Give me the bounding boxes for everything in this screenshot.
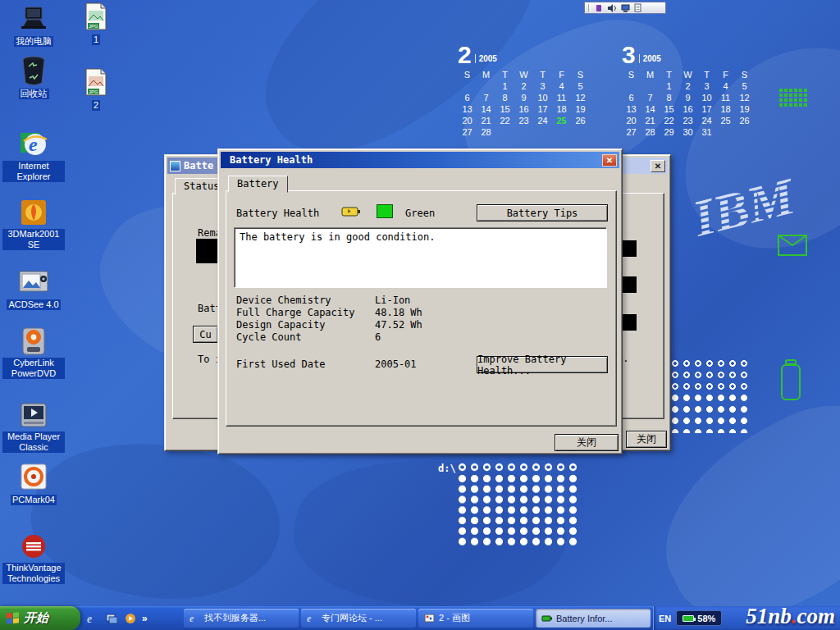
svg-text:e: e <box>87 613 92 624</box>
battery-tab-panel: Battery Health Green Battery Tips The ba… <box>226 190 617 427</box>
field-value: 47.52 Wh <box>375 319 422 331</box>
desktop-file-label: 2 <box>92 100 100 111</box>
field-label: Design Capacity <box>236 319 325 331</box>
desktop-icon-recycle-bin[interactable]: 回收站 <box>2 56 66 100</box>
current-button[interactable]: Cu <box>193 326 218 343</box>
my-computer-icon <box>18 3 49 33</box>
media-player-classic-icon <box>18 400 49 430</box>
battery-health-dialog[interactable]: Battery Health ✕ Battery Battery Health … <box>217 148 623 454</box>
quick-launch-desktop-icon[interactable] <box>104 611 118 625</box>
battery-icon <box>341 206 361 221</box>
taskbar: 开始 e » e 找不到服务器... e 专门网论坛 - ... 2 - 画图 … <box>0 606 840 630</box>
calendar-february: 2 2005 SMTWTFS12345678910111213141516171… <box>458 44 590 138</box>
calendar-march: 3 2005 SMTWTFS12345678910111213141516171… <box>622 44 754 138</box>
close-button[interactable]: 关闭 <box>555 434 619 451</box>
task-label: 找不到服务器... <box>204 612 266 624</box>
acdsee-icon <box>18 267 49 296</box>
desktop-icon-label: Internet Explorer <box>2 161 65 182</box>
windows-flag-icon <box>7 612 20 625</box>
close-icon[interactable]: ✕ <box>602 154 617 167</box>
desktop-icon-pcmark04[interactable]: PCMark04 <box>2 462 66 506</box>
battery-tray-indicator[interactable]: 58% <box>676 610 722 626</box>
3dmark-icon <box>18 198 49 227</box>
close-button[interactable]: 关闭 <box>626 431 667 448</box>
internet-explorer-icon: e <box>18 130 49 159</box>
desktop-icon-label: 回收站 <box>19 89 49 99</box>
jpg-file-icon: JPG <box>80 67 112 97</box>
desktop-icon-media-player-classic[interactable]: Media Player Classic <box>2 400 66 454</box>
paint-icon <box>423 612 436 624</box>
desktop-icon-label: Media Player Classic <box>2 431 65 453</box>
language-indicator[interactable]: EN <box>659 614 671 623</box>
taskbar-item-forum[interactable]: e 专门网论坛 - ... <box>301 609 416 628</box>
recycle-bin-icon <box>18 56 49 85</box>
improve-battery-health-button[interactable]: Improve Battery Health... <box>477 356 608 373</box>
first-used-label: First Used Date <box>236 358 325 370</box>
battery-health-titlebar[interactable]: Battery Health ✕ <box>221 152 619 168</box>
svg-text:JPG: JPG <box>89 89 98 94</box>
desktop-icon-my-computer[interactable]: 我的电脑 <box>2 3 66 48</box>
desktop-icon-label: PCMark04 <box>11 495 57 505</box>
field-label: Cycle Count <box>236 331 301 343</box>
desktop-file-label: 1 <box>92 34 100 45</box>
battery-app-icon <box>170 161 180 171</box>
svg-text:e: e <box>189 613 194 623</box>
desktop-icon-label: ThinkVantage Technologies <box>2 563 65 584</box>
notes-icon[interactable] <box>634 1 641 16</box>
quick-launch-ie-icon[interactable]: e <box>85 611 99 625</box>
pcmark-icon <box>18 462 49 491</box>
calendar-month: 3 <box>622 44 636 66</box>
tab-battery[interactable]: Battery <box>228 176 288 193</box>
dialog-title: Battery Health <box>230 154 313 166</box>
desktop-icon-powerdvd[interactable]: CyberLink PowerDVD <box>2 326 66 380</box>
calendar-month: 2 <box>458 44 472 66</box>
taskbar-item-paint[interactable]: 2 - 画图 <box>418 609 533 628</box>
desk-toolbar[interactable] <box>584 2 666 14</box>
dot-pattern <box>669 358 750 392</box>
desktop-icon-thinkvantage[interactable]: ThinkVantage Technologies <box>2 532 66 585</box>
ie-icon: e <box>306 612 318 624</box>
drive-label: d:\ <box>438 463 456 474</box>
volume-icon[interactable] <box>607 1 617 16</box>
battery-tips-button[interactable]: Battery Tips <box>477 204 608 221</box>
taskbar-item-battery-information[interactable]: Battery Infor... <box>536 609 651 628</box>
condition-textbox[interactable]: The battery is in good condition. <box>234 227 607 288</box>
desktop-icon-internet-explorer[interactable]: e Internet Explorer <box>2 130 66 183</box>
desktop-icon-3dmark2001[interactable]: 3DMark2001 SE <box>2 198 66 251</box>
svg-text:JPG: JPG <box>89 24 98 29</box>
desktop-icon-label: 我的电脑 <box>14 36 53 47</box>
desktop-file-2[interactable]: JPG 2 <box>67 67 125 112</box>
dot-pattern <box>456 473 581 547</box>
task-label: Battery Infor... <box>556 614 612 623</box>
taskbar-item-server-not-found[interactable]: e 找不到服务器... <box>184 609 299 628</box>
quick-launch-overflow-chevron[interactable]: » <box>142 613 148 624</box>
start-label: 开始 <box>24 610 48 626</box>
field-value: 48.18 Wh <box>375 307 422 318</box>
quick-launch-media-icon[interactable] <box>123 611 137 625</box>
task-label: 专门网论坛 - ... <box>322 612 382 624</box>
desktop-file-1[interactable]: JPG 1 <box>67 2 125 46</box>
field-value: 6 <box>375 331 381 343</box>
device-icon[interactable] <box>595 1 603 16</box>
svg-text:e: e <box>307 613 312 623</box>
battery-health-label: Battery Health <box>236 208 319 219</box>
desktop-icon-label: 3DMark2001 SE <box>2 229 65 250</box>
close-icon[interactable]: ✕ <box>651 160 665 172</box>
start-button[interactable]: 开始 <box>0 606 80 630</box>
field-value: Li-Ion <box>375 294 410 306</box>
jpg-file-icon: JPG <box>80 2 112 31</box>
watermark-prefix: 51nb <box>746 604 792 628</box>
display-icon[interactable] <box>621 1 630 16</box>
calendar-year: 2005 <box>639 54 661 63</box>
watermark-suffix: com <box>797 604 836 628</box>
toolbar-grip[interactable] <box>588 4 591 11</box>
window-title: Batte <box>184 160 213 171</box>
first-used-value: 2005-01 <box>375 358 417 370</box>
calendar-grid: SMTWTFS123456789101112131415161718192021… <box>622 69 754 138</box>
desktop-icon-acdsee[interactable]: ACDSee 4.0 <box>2 267 66 311</box>
powerdvd-icon <box>18 326 49 356</box>
task-label: 2 - 画图 <box>439 612 470 624</box>
watermark: 51nb.com <box>746 604 835 629</box>
desktop-icon-label: CyberLink PowerDVD <box>2 358 65 379</box>
calendar-year: 2005 <box>475 54 497 63</box>
